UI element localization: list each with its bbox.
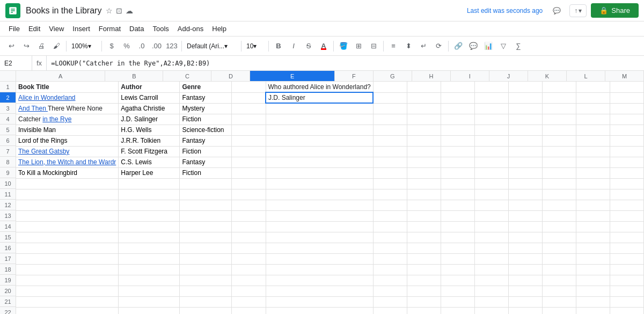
cell-r17-c8[interactable] (474, 253, 508, 264)
cell-r6-c3[interactable] (232, 135, 266, 146)
cell-r9-c5[interactable] (373, 167, 407, 178)
cell-r9-c8[interactable] (474, 167, 508, 178)
menu-file[interactable]: File (4, 24, 24, 34)
cell-r12-c10[interactable] (542, 200, 576, 210)
cell-r3-c5[interactable] (373, 103, 407, 114)
row-num-13[interactable]: 13 (0, 210, 16, 221)
col-header-c[interactable]: C (163, 71, 211, 81)
row-num-15[interactable]: 15 (0, 232, 16, 243)
cell-r6-c11[interactable] (576, 135, 610, 146)
cell-r3-c6[interactable] (407, 103, 441, 114)
cell-r10-c0[interactable] (16, 178, 119, 189)
cell-r3-c2[interactable]: Mystery (180, 103, 232, 114)
cell-r20-c12[interactable] (610, 286, 643, 296)
cell-r8-c3[interactable] (232, 157, 266, 167)
decimal-dec-button[interactable]: .0 (135, 39, 149, 53)
cell-r17-c12[interactable] (610, 253, 643, 264)
cell-r5-c8[interactable] (474, 125, 508, 135)
cell-r9-c1[interactable]: Harper Lee (119, 167, 180, 178)
cell-r22-c5[interactable] (373, 307, 407, 314)
cell-r9-c6[interactable] (407, 167, 441, 178)
cell-r7-c0[interactable]: The Great Gatsby (16, 146, 119, 157)
cell-r11-c3[interactable] (232, 189, 266, 200)
menu-insert[interactable]: Insert (68, 24, 94, 34)
cell-r4-c10[interactable] (542, 114, 576, 125)
cell-r12-c11[interactable] (576, 200, 610, 210)
cell-r1-c10[interactable] (542, 82, 576, 92)
cell-r19-c1[interactable] (119, 275, 180, 286)
cell-r18-c11[interactable] (576, 264, 610, 275)
cell-r11-c8[interactable] (474, 189, 508, 200)
cell-r21-c8[interactable] (474, 296, 508, 307)
cell-r5-c7[interactable] (441, 125, 474, 135)
merge-button[interactable]: ⊟ (367, 39, 380, 53)
cell-r2-c12[interactable] (610, 92, 643, 103)
cell-r16-c7[interactable] (441, 243, 474, 253)
cell-r11-c5[interactable] (373, 189, 407, 200)
col-header-f[interactable]: F (335, 71, 374, 81)
cell-r20-c6[interactable] (407, 286, 441, 296)
cell-r5-c5[interactable] (373, 125, 407, 135)
cell-r22-c8[interactable] (474, 307, 508, 314)
cell-r21-c11[interactable] (576, 296, 610, 307)
cell-r6-c2[interactable]: Fantasy (180, 135, 232, 146)
cell-r7-c12[interactable] (610, 146, 643, 157)
cell-r10-c12[interactable] (610, 178, 643, 189)
cell-r15-c6[interactable] (407, 232, 441, 243)
row-num-18[interactable]: 18 (0, 264, 16, 275)
row-num-8[interactable]: 8 (0, 157, 16, 167)
cell-r21-c9[interactable] (508, 296, 542, 307)
comments-button[interactable]: 💬 (548, 2, 565, 19)
cell-r15-c8[interactable] (474, 232, 508, 243)
cell-r7-c6[interactable] (407, 146, 441, 157)
cell-r4-c12[interactable] (610, 114, 643, 125)
cell-r15-c2[interactable] (180, 232, 232, 243)
cell-r17-c2[interactable] (180, 253, 232, 264)
cell-r17-c11[interactable] (576, 253, 610, 264)
cell-r16-c9[interactable] (508, 243, 542, 253)
decimal-inc-button[interactable]: .00 (150, 39, 164, 53)
cell-r12-c8[interactable] (474, 200, 508, 210)
cell-r5-c9[interactable] (508, 125, 542, 135)
row-num-17[interactable]: 17 (0, 253, 16, 264)
col-header-m[interactable]: M (605, 71, 644, 81)
cell-r4-c1[interactable]: J.D. Salinger (119, 114, 180, 125)
cell-r16-c4[interactable] (266, 243, 373, 253)
cell-r17-c5[interactable] (373, 253, 407, 264)
cell-r14-c4[interactable] (266, 221, 373, 232)
font-dropdown[interactable]: Default (Ari... ▾ (185, 39, 238, 53)
cell-r7-c1[interactable]: F. Scott Fitzgera (119, 146, 180, 157)
undo-button[interactable]: ↩ (4, 39, 18, 53)
cell-r3-c11[interactable] (576, 103, 610, 114)
cell-r4-c3[interactable] (232, 114, 266, 125)
cell-r18-c10[interactable] (542, 264, 576, 275)
cell-r2-c0[interactable]: Alice in Wonderland (16, 92, 119, 103)
cell-r7-c5[interactable] (373, 146, 407, 157)
cell-r22-c9[interactable] (508, 307, 542, 314)
cell-r5-c10[interactable] (542, 125, 576, 135)
cell-r2-c2[interactable]: Fantasy (180, 92, 232, 103)
cell-r8-c8[interactable] (474, 157, 508, 167)
cell-r16-c0[interactable] (16, 243, 119, 253)
cell-r7-c10[interactable] (542, 146, 576, 157)
cell-r18-c2[interactable] (180, 264, 232, 275)
cell-r13-c9[interactable] (508, 210, 542, 221)
row-num-7[interactable]: 7 (0, 146, 16, 157)
cell-r19-c9[interactable] (508, 275, 542, 286)
cell-r19-c3[interactable] (232, 275, 266, 286)
history-button[interactable]: ↑ ▾ (569, 4, 587, 17)
cell-r8-c10[interactable] (542, 157, 576, 167)
cell-r18-c0[interactable] (16, 264, 119, 275)
cell-r13-c10[interactable] (542, 210, 576, 221)
cell-r17-c9[interactable] (508, 253, 542, 264)
row-num-1[interactable]: 1 (0, 82, 16, 92)
row-num-5[interactable]: 5 (0, 125, 16, 135)
filter-button[interactable]: ▽ (496, 39, 510, 53)
cell-r4-c9[interactable] (508, 114, 542, 125)
cell-r5-c0[interactable]: Invisible Man (16, 125, 119, 135)
grid-content[interactable]: Book TitleAuthorGenreWho authored Alice … (16, 82, 644, 314)
cell-r13-c5[interactable] (373, 210, 407, 221)
cell-r4-c0[interactable]: Catcher in the Rye (16, 114, 119, 125)
cell-r15-c3[interactable] (232, 232, 266, 243)
cell-r19-c4[interactable] (266, 275, 373, 286)
